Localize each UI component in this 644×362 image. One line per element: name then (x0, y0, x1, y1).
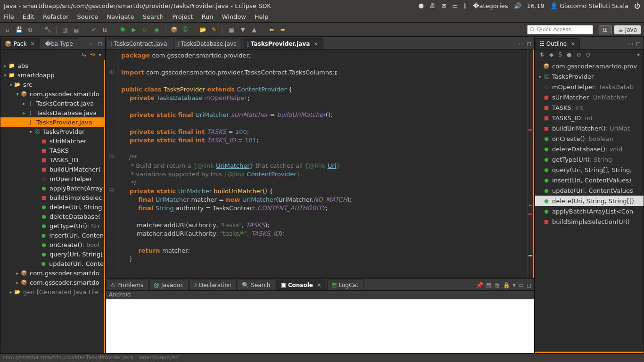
new-class-icon[interactable]: Ⓒ (181, 25, 190, 34)
link-editor-icon[interactable]: ⟲ (90, 51, 95, 58)
outline-item-delete[interactable]: ●delete(Uri, String, String[]) (535, 196, 644, 206)
open-console-icon[interactable]: ▾ (513, 282, 516, 288)
hide-static-icon[interactable]: S (558, 51, 562, 58)
minimize-icon[interactable]: ▭ (519, 282, 524, 288)
tab-javadoc[interactable]: @Javadoc (149, 280, 189, 290)
close-icon[interactable]: ✕ (31, 41, 35, 47)
hide-fields-icon[interactable]: ◆ (549, 51, 553, 58)
tab-outline[interactable]: ☷Outline✕ (535, 38, 580, 49)
tab-problems[interactable]: ⚠Problems (106, 280, 149, 290)
toggle-mark-icon[interactable]: ▦ (227, 25, 236, 34)
printer-icon[interactable]: 🖶 (429, 2, 436, 9)
open-perspective-button[interactable]: ⊞ (599, 25, 612, 34)
clear-console-icon[interactable]: 🗑 (495, 282, 500, 288)
menu-refactor[interactable]: Refactor (43, 13, 69, 20)
battery-icon[interactable]: ▭ (452, 2, 458, 9)
menu-edit[interactable]: Edit (23, 13, 34, 20)
volume-icon[interactable]: 🔊 (514, 2, 521, 9)
new-project-icon[interactable]: ⊞ (100, 25, 110, 34)
tab-type-hierarchy[interactable]: �baType (41, 38, 78, 49)
console-icon: ▣ (281, 282, 286, 288)
hammer-icon[interactable]: 🔨 (43, 25, 52, 34)
maximize-icon[interactable]: ◻ (636, 41, 641, 47)
prev-annotation-icon[interactable]: ▲ (249, 25, 259, 34)
mail-icon[interactable]: ✉ (441, 2, 446, 9)
new-icon[interactable]: ▫ (3, 25, 12, 34)
tab-logcat[interactable]: ▤LogCat (327, 280, 363, 290)
open-type-icon[interactable]: 📂 (198, 25, 207, 34)
user-menu[interactable]: 👤 Giacomo Stelluti Scala (550, 2, 628, 9)
save-icon[interactable]: 💾 (14, 25, 24, 34)
tab-tasksdatabase[interactable]: JTasksDatabase.java (173, 38, 242, 49)
view-menu-icon[interactable]: ▾ (637, 51, 640, 58)
back-icon[interactable]: ⬅ (267, 25, 276, 34)
wifi-icon[interactable]: �ategories (473, 2, 508, 9)
coverage-icon[interactable]: ◉ (152, 25, 161, 34)
menu-search[interactable]: Search (142, 13, 164, 20)
avd-manager-icon[interactable]: ▤ (72, 25, 81, 34)
search-icon (529, 27, 535, 33)
minimize-icon[interactable]: ▭ (90, 41, 95, 47)
maximize-icon[interactable]: ◻ (527, 282, 531, 288)
tab-console[interactable]: ▣Console✕ (276, 280, 326, 290)
bluetooth-icon[interactable]: ᛒ (463, 2, 467, 9)
next-annotation-icon[interactable]: ▼ (238, 25, 248, 34)
view-menu-icon[interactable]: ▾ (99, 51, 101, 58)
clock[interactable]: 16.19 (527, 2, 545, 9)
hide-local-icon[interactable]: ⊘ (576, 51, 581, 58)
menu-help[interactable]: Help (255, 13, 269, 20)
power-icon[interactable]: ⏻ (634, 2, 640, 9)
collapse-all-icon[interactable]: ⇆ (82, 51, 86, 58)
forward-icon[interactable]: ➡ (278, 25, 288, 34)
close-icon[interactable]: ✕ (317, 282, 321, 288)
overview-ruler[interactable] (527, 49, 533, 278)
fold-icon[interactable]: ⊟ (106, 187, 117, 196)
problems-icon: ⚠ (110, 282, 116, 288)
package-tree[interactable]: ▸📁abs ▾📁smartdoapp ▾📂src ▾📦com.gsscoder.… (0, 60, 105, 353)
pin-console-icon[interactable]: 📌 (476, 282, 483, 288)
hide-nonpublic-icon[interactable]: ● (567, 51, 571, 58)
search-icon[interactable]: ✎ (209, 25, 219, 34)
code-editor[interactable]: package com.gsscoder.smartdo.provider; i… (117, 49, 527, 278)
fold-icon[interactable]: ⊟ (106, 153, 117, 162)
lint-icon[interactable]: ✔ (89, 25, 99, 34)
tab-taskscontract[interactable]: JTasksContract.java (106, 38, 172, 49)
statusbar: com.gsscoder.smartdo.provider.TasksProvi… (0, 354, 644, 362)
tab-package-explorer[interactable]: 📦Pack✕ (0, 38, 40, 49)
java-perspective-button[interactable]: ☕Java (614, 25, 641, 34)
fold-icon[interactable]: ⊞ (106, 68, 117, 77)
tab-declaration[interactable]: ⎚Declaration (190, 280, 237, 290)
focus-icon[interactable]: ⊙ (586, 51, 590, 58)
console-output[interactable] (106, 299, 534, 353)
minimize-icon[interactable]: ▭ (519, 41, 524, 47)
tab-search[interactable]: 🔍Search (238, 280, 275, 290)
maximize-icon[interactable]: ◻ (527, 41, 531, 47)
dropbox-icon[interactable]: ⬢ (419, 2, 424, 9)
run-last-icon[interactable]: ▷ (140, 25, 150, 34)
menu-window[interactable]: Window (222, 13, 246, 20)
java-file-icon: J (110, 41, 112, 47)
java-file-icon: J (247, 41, 249, 47)
new-package-icon[interactable]: 📦 (169, 25, 179, 34)
tree-item-tasksprovider[interactable]: ▾JTasksProvider.java (0, 117, 104, 127)
menu-run[interactable]: Run (202, 13, 214, 20)
menu-project[interactable]: Project (172, 13, 193, 20)
close-icon[interactable]: ✕ (570, 41, 575, 47)
menu-source[interactable]: Source (77, 13, 99, 20)
save-all-icon[interactable]: ⧉ (25, 25, 35, 34)
menu-file[interactable]: File (4, 13, 14, 20)
run-icon[interactable]: ▶ (129, 25, 139, 34)
close-icon[interactable]: ✕ (314, 41, 318, 47)
quick-access-input[interactable]: Quick Access (527, 25, 593, 34)
menu-navigate[interactable]: Navigate (107, 13, 134, 20)
maximize-icon[interactable]: ◻ (98, 41, 102, 47)
tab-tasksprovider[interactable]: JTasksProvider.java✕ (243, 38, 323, 49)
sort-icon[interactable]: ⇅ (540, 51, 545, 58)
outline-tree[interactable]: 📦com.gsscoder.smartdo.prov ▾ⒸTasksProvid… (535, 60, 644, 353)
debug-icon[interactable]: 🪲 (118, 25, 127, 34)
sdk-manager-icon[interactable]: ▥ (60, 25, 70, 34)
minimize-icon[interactable]: ▭ (628, 41, 633, 47)
editor-gutter[interactable]: ⊞ ⊟ ⊟ (106, 49, 117, 278)
display-console-icon[interactable]: ▤ (486, 282, 491, 288)
scroll-lock-icon[interactable]: 🔒 (503, 282, 510, 288)
